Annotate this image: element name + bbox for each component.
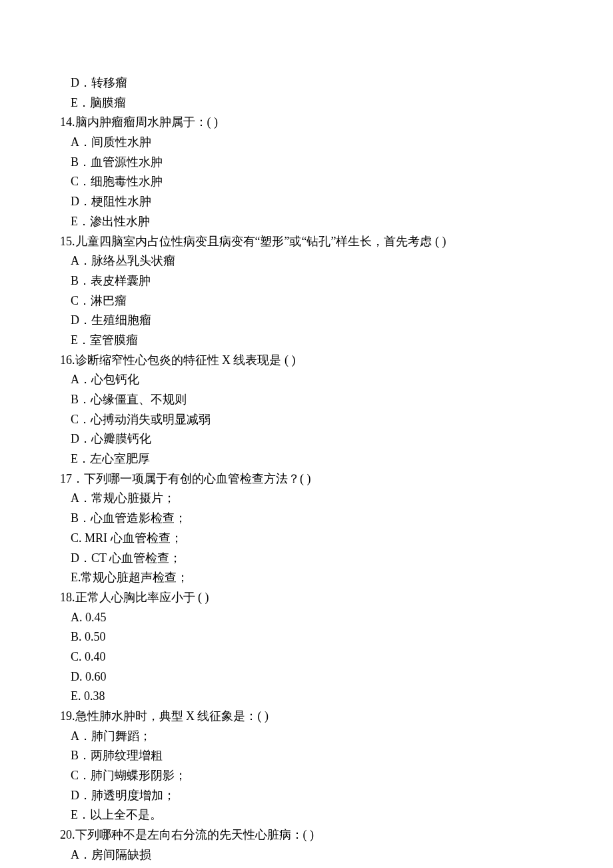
option-line: C. 0.40: [60, 647, 553, 667]
option-line: C．肺门蝴蝶形阴影；: [60, 766, 553, 786]
option-line: C．细胞毒性水肿: [60, 172, 553, 192]
option-line: E. 0.38: [60, 687, 553, 707]
option-line: B．心血管造影检查；: [60, 509, 553, 529]
option-line: B. 0.50: [60, 627, 553, 647]
option-line: D．CT 心血管检查；: [60, 549, 553, 569]
option-line: C．心搏动消失或明显减弱: [60, 410, 553, 430]
option-line: A．脉络丛乳头状瘤: [60, 251, 553, 271]
option-line: B．两肺纹理增粗: [60, 746, 553, 766]
option-line: D．转移瘤: [60, 73, 553, 93]
option-line: B．室间隔缺损: [60, 865, 553, 869]
option-line: B．表皮样囊肿: [60, 271, 553, 291]
option-line: D. 0.60: [60, 667, 553, 687]
option-line: E.常规心脏超声检查；: [60, 568, 553, 588]
option-line: E．渗出性水肿: [60, 212, 553, 232]
option-line: E．左心室肥厚: [60, 449, 553, 469]
document-page: D．转移瘤E．脑膜瘤14.脑内肿瘤瘤周水肿属于：( )A．间质性水肿B．血管源性…: [0, 0, 613, 868]
option-line: C．淋巴瘤: [60, 291, 553, 311]
option-line: B．心缘僵直、不规则: [60, 390, 553, 410]
question-line: 18.正常人心胸比率应小于 ( ): [60, 588, 553, 608]
option-line: D．肺透明度增加；: [60, 786, 553, 806]
option-line: C. MRI 心血管检查；: [60, 529, 553, 549]
question-line: 20.下列哪种不是左向右分流的先天性心脏病：( ): [60, 825, 553, 845]
option-line: E．以上全不是。: [60, 805, 553, 825]
option-line: E．室管膜瘤: [60, 331, 553, 351]
option-line: A．间质性水肿: [60, 133, 553, 153]
option-line: E．脑膜瘤: [60, 93, 553, 113]
option-line: B．血管源性水肿: [60, 153, 553, 173]
option-line: D．生殖细胞瘤: [60, 311, 553, 331]
option-line: A．肺门舞蹈；: [60, 727, 553, 747]
option-line: A．常规心脏摄片；: [60, 489, 553, 509]
option-line: D．梗阻性水肿: [60, 192, 553, 212]
question-line: 17．下列哪一项属于有创的心血管检查方法？( ): [60, 469, 553, 489]
option-line: A. 0.45: [60, 608, 553, 628]
question-line: 15.儿童四脑室内占位性病变且病变有“塑形”或“钻孔”样生长，首先考虑 ( ): [60, 232, 553, 252]
question-line: 16.诊断缩窄性心包炎的特征性 X 线表现是 ( ): [60, 351, 553, 371]
question-line: 19.急性肺水肿时，典型 X 线征象是：( ): [60, 707, 553, 727]
question-line: 14.脑内肿瘤瘤周水肿属于：( ): [60, 113, 553, 133]
option-line: A．心包钙化: [60, 370, 553, 390]
option-line: A．房间隔缺损: [60, 845, 553, 865]
option-line: D．心瓣膜钙化: [60, 429, 553, 449]
